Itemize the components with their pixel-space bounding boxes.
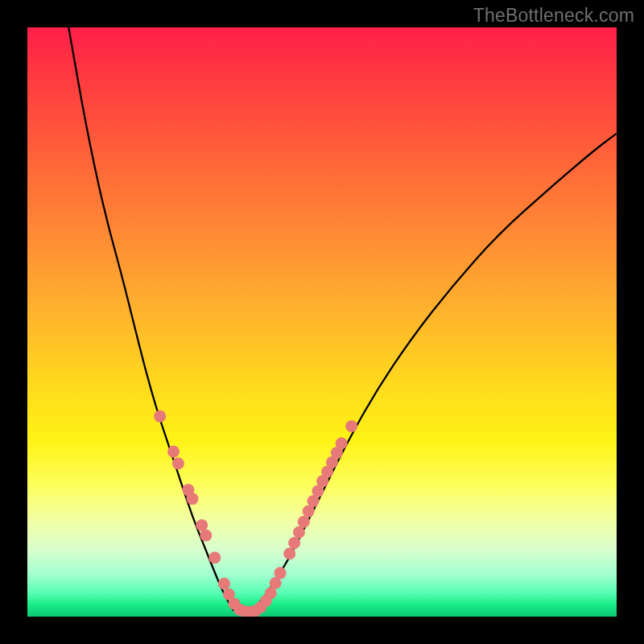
highlight-dot	[200, 529, 212, 541]
highlight-dot	[283, 547, 295, 559]
plot-area	[27, 27, 617, 617]
watermark-text: TheBottleneck.com	[473, 5, 634, 27]
highlight-dot	[167, 446, 180, 458]
highlight-dot	[186, 493, 198, 505]
highlight-dot	[288, 537, 300, 549]
dots-overlay	[154, 411, 357, 617]
highlight-dot	[208, 551, 221, 564]
chart-svg	[27, 27, 617, 617]
right-curve	[251, 134, 617, 611]
outer-frame: TheBottleneck.com	[0, 0, 644, 644]
highlight-dot	[172, 457, 184, 469]
highlight-dot	[154, 411, 166, 423]
highlight-dot	[218, 578, 230, 590]
highlight-dot	[345, 420, 357, 432]
curve-group	[68, 27, 617, 611]
highlight-dot	[336, 437, 348, 449]
left-curve	[68, 27, 233, 611]
highlight-dot	[293, 526, 305, 539]
highlight-dot	[275, 567, 287, 579]
highlight-dot	[298, 516, 310, 528]
